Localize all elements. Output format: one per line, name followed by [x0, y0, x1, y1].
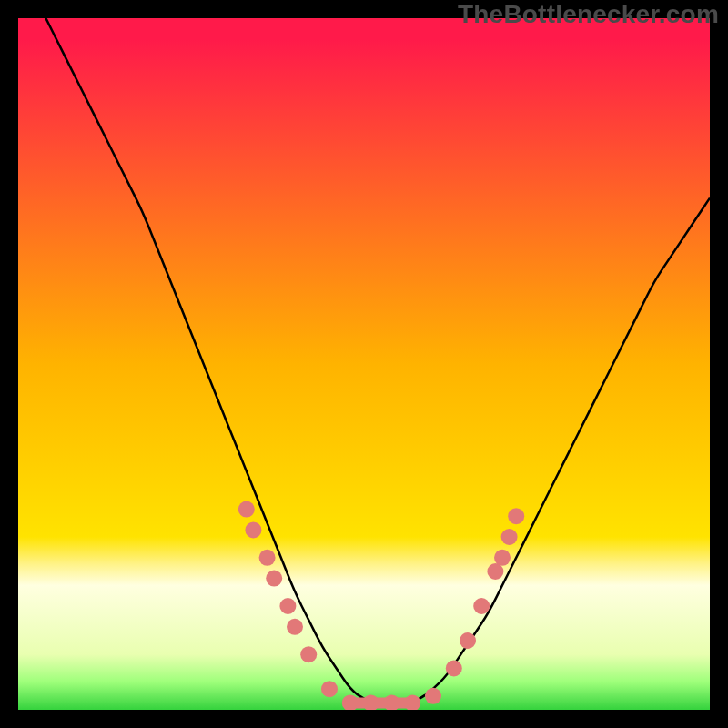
curve-marker — [494, 550, 511, 566]
curve-marker — [245, 521, 261, 538]
curve-marker — [473, 598, 490, 614]
curve-marker — [446, 660, 462, 676]
curve-marker — [508, 508, 524, 524]
bottleneck-chart — [18, 18, 710, 710]
curve-marker — [279, 598, 296, 614]
curve-marker — [266, 571, 282, 587]
curve-marker — [321, 681, 338, 697]
curve-marker — [300, 646, 317, 662]
curve-marker — [501, 529, 518, 545]
curve-marker — [259, 550, 276, 566]
curve-marker — [425, 688, 441, 704]
curve-marker — [287, 619, 303, 635]
curve-marker — [460, 632, 476, 649]
gradient-background — [18, 18, 710, 710]
watermark-text: TheBottlenecker.com — [458, 0, 719, 29]
curve-marker — [238, 501, 255, 518]
